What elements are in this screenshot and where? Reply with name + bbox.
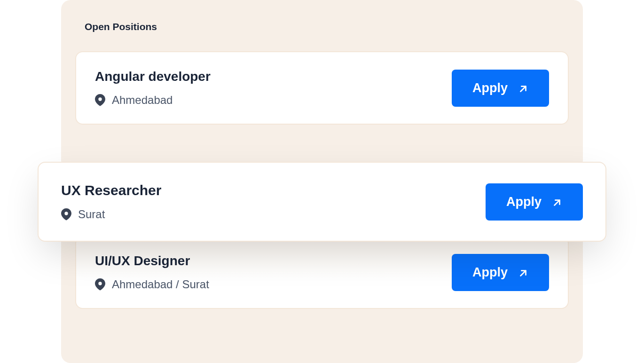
job-title: Angular developer [95, 69, 211, 84]
apply-label: Apply [472, 265, 508, 280]
job-title: UX Researcher [61, 182, 161, 198]
arrow-up-right-icon [552, 197, 562, 207]
job-location: Ahmedabad / Surat [95, 278, 209, 291]
section-title: Open Positions [85, 21, 569, 32]
job-card: UI/UX Designer Ahmedabad / Surat Apply [75, 236, 569, 309]
job-info: Angular developer Ahmedabad [95, 69, 211, 107]
arrow-up-right-icon [518, 267, 528, 277]
location-pin-icon [61, 208, 71, 221]
apply-label: Apply [506, 195, 542, 209]
job-location: Surat [61, 208, 161, 221]
job-title: UI/UX Designer [95, 253, 209, 268]
job-location: Ahmedabad [95, 94, 211, 107]
location-text: Ahmedabad / Surat [112, 278, 209, 291]
location-pin-icon [95, 278, 105, 291]
location-text: Surat [78, 208, 105, 221]
location-pin-icon [95, 94, 105, 106]
job-info: UI/UX Designer Ahmedabad / Surat [95, 253, 209, 291]
job-card-highlighted: UX Researcher Surat Apply [38, 162, 606, 242]
location-text: Ahmedabad [112, 94, 173, 107]
apply-button[interactable]: Apply [486, 183, 583, 221]
apply-button[interactable]: Apply [452, 70, 549, 107]
apply-label: Apply [472, 81, 508, 95]
apply-button[interactable]: Apply [452, 254, 549, 291]
arrow-up-right-icon [518, 83, 528, 93]
job-info: UX Researcher Surat [61, 182, 161, 221]
job-card: Angular developer Ahmedabad Apply [75, 51, 569, 125]
